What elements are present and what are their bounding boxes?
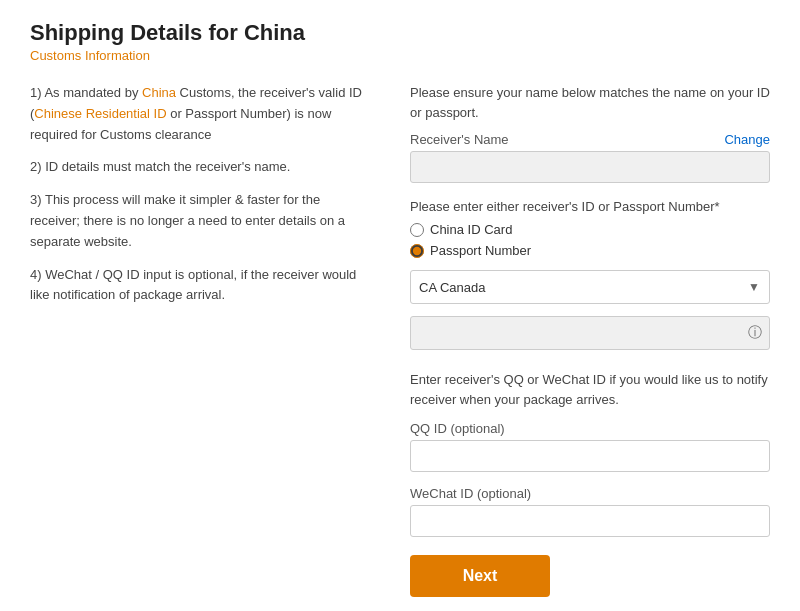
qq-label: QQ ID (optional) — [410, 421, 770, 436]
change-link[interactable]: Change — [724, 132, 770, 147]
china-id-label: China ID Card — [430, 222, 512, 237]
passport-option[interactable]: Passport Number — [410, 243, 770, 258]
china-id-option[interactable]: China ID Card — [410, 222, 770, 237]
china-id-radio[interactable] — [410, 223, 424, 237]
id-type-radio-group: China ID Card Passport Number — [410, 222, 770, 258]
info-point-4: 4) WeChat / QQ ID input is optional, if … — [30, 265, 370, 307]
info-point-3: 3) This process will make it simpler & f… — [30, 190, 370, 252]
receiver-name-label: Receiver's Name — [410, 132, 509, 147]
id-section-label: Please enter either receiver's ID or Pas… — [410, 199, 770, 214]
wechat-label: WeChat ID (optional) — [410, 486, 770, 501]
country-select-wrapper: CA Canada US United States GB United Kin… — [410, 270, 770, 304]
qq-input[interactable] — [410, 440, 770, 472]
passport-label: Passport Number — [430, 243, 531, 258]
receiver-name-input[interactable] — [410, 151, 770, 183]
passport-input-wrapper: ⓘ — [410, 316, 770, 350]
info-icon[interactable]: ⓘ — [748, 324, 762, 342]
ensure-text: Please ensure your name below matches th… — [410, 83, 770, 122]
passport-radio[interactable] — [410, 244, 424, 258]
info-point-2: 2) ID details must match the receiver's … — [30, 157, 370, 178]
country-select[interactable]: CA Canada US United States GB United Kin… — [410, 270, 770, 304]
right-panel: Please ensure your name below matches th… — [410, 83, 770, 597]
left-panel: 1) As mandated by China Customs, the rec… — [30, 83, 370, 597]
wechat-section-label: Enter receiver's QQ or WeChat ID if you … — [410, 370, 770, 409]
page-subtitle: Customs Information — [30, 48, 770, 63]
next-button[interactable]: Next — [410, 555, 550, 597]
info-point-1: 1) As mandated by China Customs, the rec… — [30, 83, 370, 145]
receiver-name-label-row: Receiver's Name Change — [410, 132, 770, 147]
wechat-input[interactable] — [410, 505, 770, 537]
page-title: Shipping Details for China — [30, 20, 770, 46]
passport-number-input[interactable] — [410, 316, 770, 350]
